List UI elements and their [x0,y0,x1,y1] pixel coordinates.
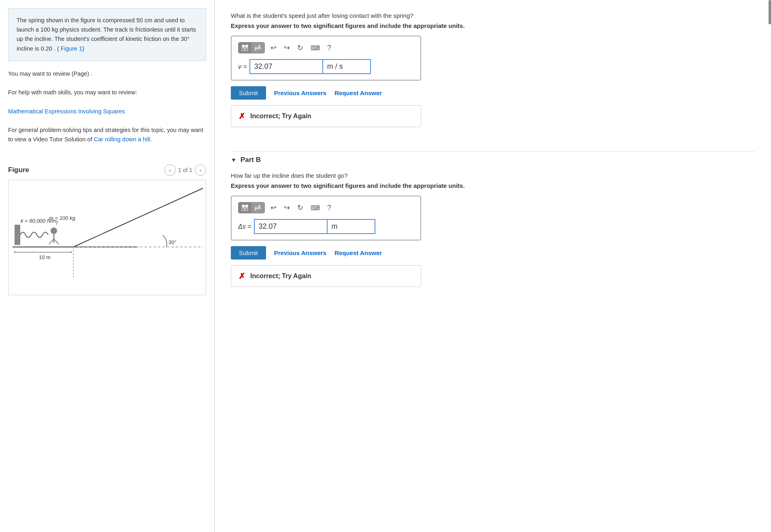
student-leg2 [54,239,59,244]
part-a-submit-row: Submit Previous Answers Request Answer [231,86,755,100]
part-a-help-btn[interactable]: ? [326,43,333,53]
part-b-refresh-btn[interactable]: ↻ [296,202,305,213]
student-leg1 [49,239,54,244]
part-b-question: How far up the incline does the student … [231,172,755,179]
student-head [51,228,57,234]
right-panel: What is the student's speed just after l… [215,0,771,532]
wall [15,225,20,245]
general-text: For general problem-solving tips and str… [8,126,206,144]
spring [20,232,48,238]
figure-nav-label: 1 of 1 [178,167,192,173]
part-a-matrix-btn[interactable] [239,43,251,53]
part-a-variable: v = [238,63,247,70]
part-b-submit-row: Submit Previous Answers Request Answer [231,246,755,260]
svg-rect-3 [245,48,248,51]
part-b-express: Express your answer to two significant f… [231,182,755,189]
matrix-icon-b [242,204,248,211]
part-a-unit-input[interactable] [322,59,371,74]
part-b-section: How far up the incline does the student … [231,172,755,299]
part-b-label: Part B [241,156,261,164]
car-link[interactable]: Car rolling down a hill [94,136,150,143]
part-a-refresh-btn[interactable]: ↻ [296,43,305,53]
part-b-mu-btn[interactable]: μÅ [251,202,264,213]
part-b-keyboard-btn[interactable]: ⌨ [309,203,322,213]
part-a-matrix-group: μÅ [238,42,265,53]
problem-info-box: The spring shown in the figure is compre… [8,8,206,61]
figure-header: Figure ‹ 1 of 1 › [8,164,206,176]
part-b-variable: Δs = [238,223,251,230]
part-a-value-input[interactable] [249,59,322,74]
m-arrow [56,221,58,225]
part-b-redo-btn[interactable]: ↪ [282,202,292,213]
part-a-error-text: Incorrect; Try Again [250,113,311,120]
part-b-help-btn[interactable]: ? [326,203,333,213]
angle-arc [163,235,167,247]
svg-rect-2 [242,48,245,51]
part-a-submit-btn[interactable]: Submit [231,86,266,100]
part-a-redo-btn[interactable]: ↪ [282,43,292,53]
left-panel: The spring shown in the figure is compre… [0,0,215,532]
review-text: You may want to review (Page) . [8,69,206,79]
angle-label: 30° [168,239,177,245]
part-a-prev-answers-link[interactable]: Previous Answers [274,89,327,96]
figure-section: Figure ‹ 1 of 1 › k = 80,000 N/m [8,164,206,295]
svg-rect-4 [242,205,245,207]
m-label: m = 100 kg [49,215,75,221]
problem-text: The spring shown in the figure is compre… [17,17,196,52]
part-b-matrix-group: μÅ [238,202,265,213]
figure-diagram: k = 80,000 N/m m = 100 kg 10 m 30° [8,180,206,295]
part-b-value-input[interactable] [254,219,327,234]
svg-rect-7 [245,208,248,211]
part-b-error-box: ✗ Incorrect; Try Again [231,265,421,287]
scrollbar[interactable] [769,0,771,24]
part-a-undo-btn[interactable]: ↩ [269,43,278,53]
part-b-matrix-btn[interactable] [239,202,251,213]
matrix-icon [242,45,248,51]
part-a-question: What is the student's speed just after l… [231,12,755,19]
part-a-error-box: ✗ Incorrect; Try Again [231,105,421,127]
help-text: For help with math skills, you may want … [8,88,206,97]
part-b-toolbar: μÅ ↩ ↪ ↻ ⌨ ? [238,202,414,213]
part-b-undo-btn[interactable]: ↩ [269,202,278,213]
part-a-input-row: v = [238,59,414,74]
part-b-error-text: Incorrect; Try Again [250,272,311,280]
part-a-request-answer-link[interactable]: Request Answer [334,89,382,96]
figure1-link[interactable]: Figure 1 [61,45,82,52]
part-a-answer-container: μÅ ↩ ↪ ↻ ⌨ ? v = [231,36,421,81]
svg-rect-6 [242,208,245,211]
svg-rect-5 [245,205,248,207]
part-b-header: ▼ Part B [231,151,755,164]
part-a-section: What is the student's speed just after l… [231,12,755,139]
part-b-unit-input[interactable] [327,219,375,234]
part-a-toolbar: μÅ ↩ ↪ ↻ ⌨ ? [238,42,414,53]
math-link[interactable]: Mathematical Expressions Involving Squar… [8,108,125,115]
part-b-error-icon: ✗ [239,271,245,281]
svg-rect-0 [242,45,245,47]
part-a-mu-btn[interactable]: μÅ [251,43,264,53]
part-b-prev-answers-link[interactable]: Previous Answers [274,249,327,256]
svg-rect-1 [245,45,248,47]
part-b-collapse-arrow[interactable]: ▼ [231,157,236,163]
part-b-input-row: Δs = [238,219,414,234]
figure-nav: ‹ 1 of 1 › [164,164,206,176]
part-a-keyboard-btn[interactable]: ⌨ [309,43,322,53]
figure-prev-btn[interactable]: ‹ [164,164,176,176]
part-a-error-icon: ✗ [239,111,245,121]
physics-diagram: k = 80,000 N/m m = 100 kg 10 m 30° [13,184,211,289]
incline-line [73,188,203,247]
part-b-request-answer-link[interactable]: Request Answer [334,249,382,256]
part-b-answer-container: μÅ ↩ ↪ ↻ ⌨ ? Δs = [231,196,421,240]
part-a-express: Express your answer to two significant f… [231,22,755,29]
review-section: You may want to review (Page) . For help… [8,69,206,145]
figure-next-btn[interactable]: › [195,164,206,176]
figure-title: Figure [8,166,29,174]
part-b-submit-btn[interactable]: Submit [231,246,266,260]
distance-label: 10 m [39,254,51,260]
